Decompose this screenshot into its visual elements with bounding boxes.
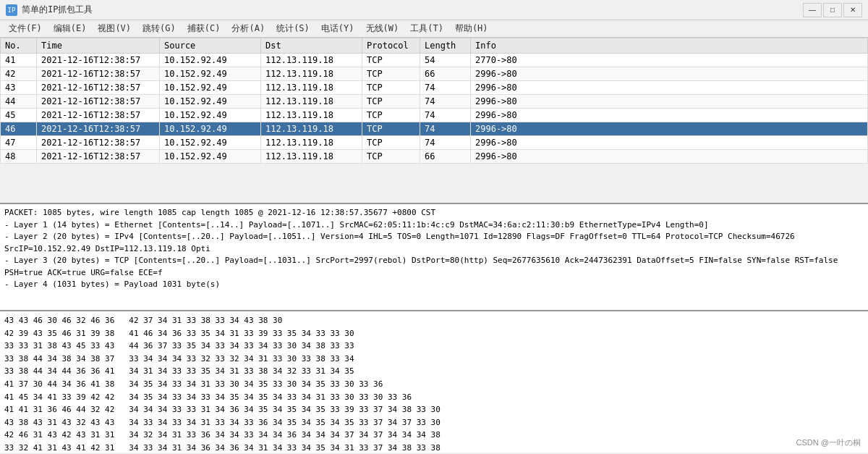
maximize-button[interactable]: □ [823,3,842,17]
col-dst: Dst [261,38,362,54]
cell-source: 10.152.92.49 [160,81,261,95]
cell-dst: 112.13.119.18 [261,109,362,122]
cell-time: 2021-12-16T12:38:57 [37,95,160,109]
app-title: 简单的IP抓包工具 [22,4,93,16]
cell-time: 2021-12-16T12:38:57 [37,67,160,81]
cell-length: 74 [420,95,471,109]
cell-length: 74 [420,81,471,95]
col-protocol: Protocol [362,38,420,54]
cell-protocol: TCP [362,95,420,109]
app-icon-text: IP [8,7,16,14]
cell-time: 2021-12-16T12:38:57 [37,81,160,95]
col-length: Length [420,38,471,54]
col-time: Time [37,38,160,54]
table-header: No. Time Source Dst Protocol Length Info [1,38,868,54]
packet-detail: PACKET: 1085 bytes, wire length 1085 cap… [0,204,868,311]
menu-item-编辑E[interactable]: 编辑(E) [48,21,93,36]
cell-time: 2021-12-16T12:38:57 [37,136,160,150]
cell-dst: 112.13.119.18 [261,122,362,136]
table-row[interactable]: 452021-12-16T12:38:5710.152.92.49112.13.… [1,109,868,122]
cell-source: 10.152.92.49 [160,150,261,164]
cell-no.: 46 [1,122,37,136]
detail-line-1: - Layer 1 (14 bytes) = Ethernet [Content… [4,219,864,232]
menu-item-捕获C[interactable]: 捕获(C) [182,21,226,36]
cell-protocol: TCP [362,136,420,150]
cell-length: 66 [420,150,471,164]
menu-item-跳转G[interactable]: 跳转(G) [137,21,182,36]
menu-item-无线W[interactable]: 无线(W) [360,21,405,36]
cell-info: 2996->80 [471,109,868,122]
cell-protocol: TCP [362,54,420,67]
col-info: Info [471,38,868,54]
detail-line-0: PACKET: 1085 bytes, wire length 1085 cap… [4,207,864,219]
cell-time: 2021-12-16T12:38:57 [37,122,160,136]
cell-info: 2770->80 [471,54,868,67]
cell-protocol: TCP [362,122,420,136]
detail-line-3: - Layer 3 (20 bytes) = TCP [Contents=[..… [4,255,864,279]
cell-time: 2021-12-16T12:38:57 [37,54,160,67]
cell-time: 2021-12-16T12:38:57 [37,109,160,122]
table-row[interactable]: 432021-12-16T12:38:5710.152.92.49112.13.… [1,81,868,95]
menu-item-工具T[interactable]: 工具(T) [404,21,449,36]
packet-tbody: 412021-12-16T12:38:5710.152.92.49112.13.… [1,54,868,164]
cell-dst: 112.13.119.18 [261,150,362,164]
cell-dst: 112.13.119.18 [261,95,362,109]
cell-no.: 43 [1,81,37,95]
watermark: CSDN @一叶の桐 [796,437,861,448]
packet-table: No. Time Source Dst Protocol Length Info… [0,38,868,164]
cell-source: 10.152.92.49 [160,136,261,150]
menu-item-文件F[interactable]: 文件(F) [3,21,48,36]
menu-item-视图V[interactable]: 视图(V) [92,21,137,36]
cell-info: 2996->80 [471,122,868,136]
detail-line-2: - Layer 2 (20 bytes) = IPv4 [Contents=[.… [4,231,864,255]
cell-no.: 48 [1,150,37,164]
cell-info: 2996->80 [471,95,868,109]
cell-source: 10.152.92.49 [160,122,261,136]
cell-dst: 112.13.119.18 [261,67,362,81]
title-bar-left: IP 简单的IP抓包工具 [6,4,93,16]
cell-no.: 44 [1,95,37,109]
cell-protocol: TCP [362,81,420,95]
title-bar: IP 简单的IP抓包工具 — □ ✕ [0,0,868,20]
cell-length: 66 [420,67,471,81]
minimize-button[interactable]: — [803,3,822,17]
cell-length: 74 [420,136,471,150]
col-no: No. [1,38,37,54]
hex-dump: 43 43 46 30 46 32 46 36 42 39 43 35 46 3… [0,311,868,453]
hex-left: 43 43 46 30 46 32 46 36 42 39 43 35 46 3… [4,314,114,450]
col-source: Source [160,38,261,54]
cell-source: 10.152.92.49 [160,54,261,67]
table-row[interactable]: 482021-12-16T12:38:5710.152.92.49112.13.… [1,150,868,164]
cell-info: 2996->80 [471,81,868,95]
cell-protocol: TCP [362,150,420,164]
cell-info: 2996->80 [471,67,868,81]
cell-dst: 112.13.119.18 [261,136,362,150]
cell-no.: 41 [1,54,37,67]
cell-no.: 45 [1,109,37,122]
cell-source: 10.152.92.49 [160,95,261,109]
cell-time: 2021-12-16T12:38:57 [37,150,160,164]
table-row[interactable]: 462021-12-16T12:38:5710.152.92.49112.13.… [1,122,868,136]
window-controls: — □ ✕ [803,3,862,17]
cell-no.: 42 [1,67,37,81]
table-row[interactable]: 422021-12-16T12:38:5710.152.92.49112.13.… [1,67,868,81]
menu-item-分析A[interactable]: 分析(A) [226,21,271,36]
table-row[interactable]: 472021-12-16T12:38:5710.152.92.49112.13.… [1,136,868,150]
menu-item-统计S[interactable]: 统计(S) [271,21,315,36]
packet-table-container[interactable]: No. Time Source Dst Protocol Length Info… [0,38,868,204]
cell-protocol: TCP [362,109,420,122]
menu-item-帮助H[interactable]: 帮助(H) [449,21,494,36]
menu-item-电话Y[interactable]: 电话(Y) [315,21,360,36]
app-icon: IP [6,4,17,16]
cell-source: 10.152.92.49 [160,67,261,81]
cell-length: 74 [420,122,471,136]
cell-protocol: TCP [362,67,420,81]
table-row[interactable]: 412021-12-16T12:38:5710.152.92.49112.13.… [1,54,868,67]
cell-info: 2996->80 [471,150,868,164]
cell-dst: 112.13.119.18 [261,81,362,95]
close-button[interactable]: ✕ [843,3,862,17]
table-row[interactable]: 442021-12-16T12:38:5710.152.92.49112.13.… [1,95,868,109]
cell-dst: 112.13.119.18 [261,54,362,67]
cell-length: 54 [420,54,471,67]
menu-bar: 文件(F)编辑(E)视图(V)跳转(G)捕获(C)分析(A)统计(S)电话(Y)… [0,20,868,38]
